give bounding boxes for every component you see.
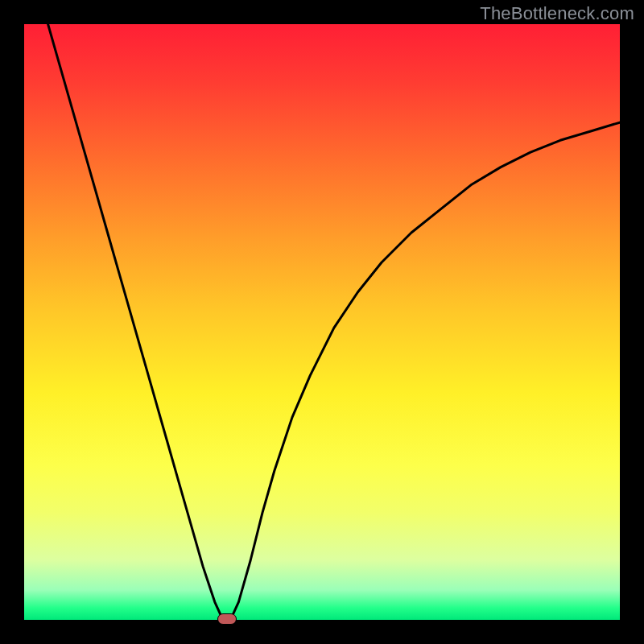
minimum-marker [217, 613, 237, 625]
plot-area [24, 24, 620, 620]
curve-svg [24, 24, 620, 620]
curve-path [48, 24, 620, 619]
watermark-text: TheBottleneck.com [480, 3, 634, 24]
